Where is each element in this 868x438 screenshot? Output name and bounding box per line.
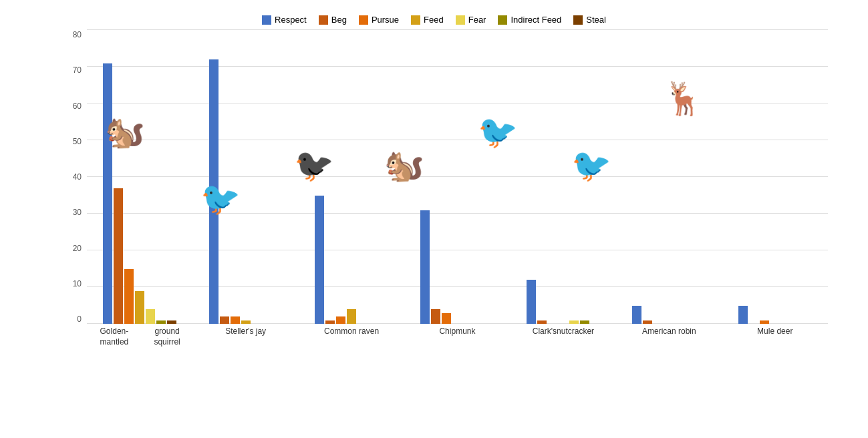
bar	[347, 309, 356, 324]
legend-item: Indirect Feed	[498, 15, 561, 25]
bar	[209, 59, 219, 324]
bars-row	[511, 30, 616, 324]
legend-item: Feed	[411, 15, 444, 25]
legend-item: Fear	[456, 15, 486, 25]
y-axis-tick: 50	[73, 137, 82, 146]
x-label: Clark'snutcracker	[511, 324, 616, 364]
bars-row	[616, 30, 722, 324]
legend-color-box	[262, 15, 271, 25]
legend-label: Indirect Feed	[511, 15, 561, 25]
chart-title	[0, 0, 868, 9]
legend-color-box	[319, 15, 328, 25]
bar	[632, 306, 641, 324]
legend-item: Respect	[262, 15, 307, 25]
x-label: Chipmunk	[404, 324, 510, 364]
bars-row	[299, 30, 404, 324]
legend-label: Pursue	[372, 15, 399, 25]
legend-color-box	[498, 15, 507, 25]
y-axis-tick: 70	[73, 65, 82, 75]
x-label: Common raven	[299, 324, 404, 364]
legend-item: Beg	[319, 15, 347, 25]
chart-area: 01020304050607080 Golden-mantledground s…	[53, 30, 828, 364]
bar	[420, 210, 430, 324]
bar	[431, 309, 440, 324]
bar	[315, 196, 324, 324]
x-label: Mule deer	[722, 324, 828, 364]
bar	[146, 309, 155, 324]
legend-label: Steal	[586, 15, 606, 25]
legend-label: Fear	[468, 15, 486, 25]
y-axis-tick: 60	[73, 101, 82, 111]
bar	[738, 306, 748, 324]
bar	[124, 269, 134, 324]
species-group	[511, 30, 616, 324]
bars-area	[87, 30, 828, 324]
chart-container: RespectBegPursueFeedFearIndirect FeedSte…	[0, 0, 868, 438]
legend-label: Beg	[331, 15, 347, 25]
legend-item: Pursue	[359, 15, 399, 25]
x-labels: Golden-mantledground squirrelSteller's j…	[87, 324, 828, 364]
species-group	[722, 30, 828, 324]
legend-color-box	[573, 15, 583, 25]
species-group	[616, 30, 722, 324]
y-axis-tick: 30	[73, 208, 82, 217]
species-group	[299, 30, 404, 324]
bar	[231, 316, 240, 324]
bars-row	[722, 30, 828, 324]
legend-color-box	[411, 15, 420, 25]
bars-row	[404, 30, 510, 324]
legend-color-box	[359, 15, 368, 25]
bar	[135, 291, 144, 324]
species-group	[87, 30, 192, 324]
bar	[220, 316, 229, 324]
legend-label: Feed	[424, 15, 444, 25]
bars-row	[87, 30, 192, 324]
species-group	[192, 30, 298, 324]
y-axis: 01020304050607080	[53, 30, 87, 324]
species-group	[404, 30, 510, 324]
bar	[442, 313, 451, 324]
x-label: American robin	[616, 324, 722, 364]
bar	[527, 280, 536, 324]
legend-label: Respect	[275, 15, 307, 25]
y-axis-tick: 10	[73, 279, 82, 288]
x-label: Steller's jay	[192, 324, 298, 364]
legend-item: Steal	[573, 15, 606, 25]
bars-row	[192, 30, 298, 324]
legend-color-box	[456, 15, 465, 25]
x-label: Golden-mantledground squirrel	[87, 324, 192, 364]
y-axis-tick: 20	[73, 244, 82, 253]
bar	[114, 188, 123, 324]
bar	[336, 316, 345, 324]
legend: RespectBegPursueFeedFearIndirect FeedSte…	[0, 15, 868, 25]
y-axis-tick: 40	[73, 172, 82, 182]
bar	[103, 63, 112, 324]
y-axis-tick: 80	[73, 30, 82, 39]
y-axis-tick: 0	[77, 314, 82, 324]
